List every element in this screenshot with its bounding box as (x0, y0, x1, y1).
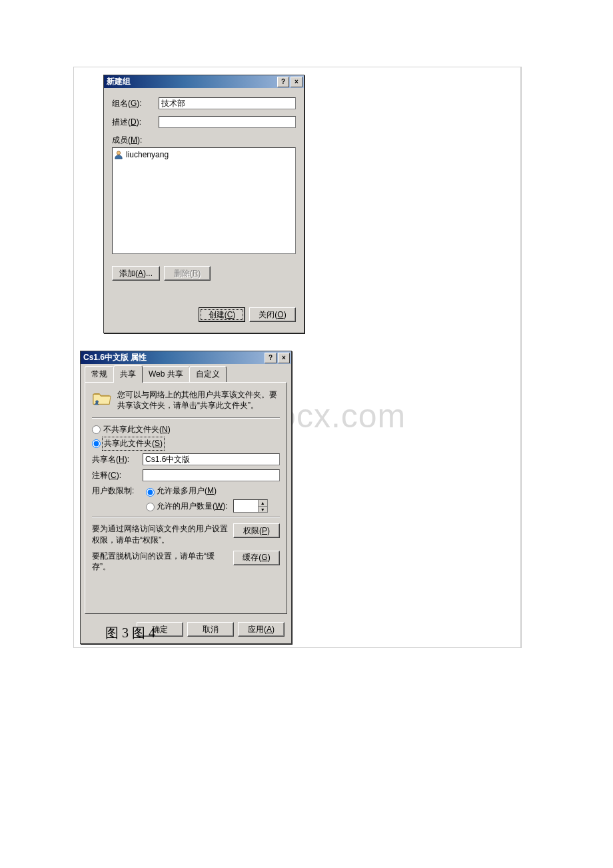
cache-button[interactable]: 缓存(G) (233, 551, 280, 565)
help-button[interactable]: ? (277, 77, 289, 87)
tab-web-share[interactable]: Web 共享 (142, 366, 190, 382)
comment-input[interactable] (143, 469, 280, 481)
radio-user-count[interactable] (146, 503, 155, 511)
dialog2-title: Cs1.6中文版 属性 (83, 352, 263, 363)
permissions-button[interactable]: 权限(P) (233, 523, 280, 538)
radio-no-share[interactable] (92, 425, 101, 434)
group-name-input[interactable] (159, 97, 296, 109)
radio-max-users-label: 允许最多用户(M) (157, 485, 217, 497)
share-name-label: 共享名(H): (92, 454, 143, 465)
spinner-down-icon[interactable]: ▼ (258, 507, 267, 513)
dialog2-titlebar[interactable]: Cs1.6中文版 属性 ? × (81, 351, 291, 364)
radio-no-share-label: 不共享此文件夹(N) (103, 424, 171, 435)
figure-caption: 图 3 图 4 (105, 624, 155, 642)
comment-label: 注释(C): (92, 470, 143, 481)
user-count-spinner[interactable]: ▲ ▼ (233, 499, 268, 513)
add-button[interactable]: 添加(A)... (112, 266, 160, 281)
help-button[interactable]: ? (265, 353, 277, 363)
dialog1-title: 新建组 (107, 76, 276, 87)
remove-button[interactable]: 删除(R) (164, 266, 211, 281)
radio-max-users[interactable] (146, 488, 155, 497)
svg-point-0 (117, 151, 120, 155)
members-label: 成员(M): (112, 135, 296, 146)
user-limit-label: 用户数限制: (92, 485, 143, 497)
folder-share-icon (92, 389, 112, 407)
share-name-input[interactable] (143, 453, 280, 465)
permissions-text: 要为通过网络访问该文件夹的用户设置权限，请单击“权限”。 (92, 523, 228, 545)
user-count-input[interactable] (234, 500, 258, 512)
dialog1-titlebar[interactable]: 新建组 ? × (104, 75, 304, 88)
close-button[interactable]: 关闭(O) (249, 307, 296, 322)
divider (92, 417, 280, 419)
spinner-up-icon[interactable]: ▲ (258, 500, 267, 507)
new-group-dialog: 新建组 ? × 组名(G): 描述(D): 成员(M): (103, 75, 305, 333)
properties-dialog: Cs1.6中文版 属性 ? × 常规 共享 Web 共享 自定义 您可以与网络上… (80, 351, 292, 644)
tab-general[interactable]: 常规 (85, 366, 114, 382)
members-listbox[interactable]: liuchenyang (112, 147, 296, 254)
tab-bar: 常规 共享 Web 共享 自定义 (85, 368, 287, 382)
description-input[interactable] (159, 116, 296, 128)
divider (92, 517, 280, 518)
apply-button[interactable]: 应用(A) (238, 622, 285, 637)
list-item[interactable]: liuchenyang (114, 149, 294, 160)
close-icon[interactable]: × (278, 353, 290, 363)
user-icon (114, 150, 123, 159)
share-info-text: 您可以与网络上的其他用户共享该文件夹。要共享该文件夹，请单击“共享此文件夹”。 (117, 389, 280, 411)
member-name: liuchenyang (126, 150, 169, 159)
tab-custom[interactable]: 自定义 (189, 366, 227, 382)
tab-share[interactable]: 共享 (113, 365, 143, 383)
description-label: 描述(D): (112, 117, 159, 128)
group-name-label: 组名(G): (112, 98, 159, 109)
radio-share[interactable] (92, 439, 101, 448)
create-button[interactable]: 创建(C) (199, 307, 245, 322)
cache-text: 要配置脱机访问的设置，请单击“缓存”。 (92, 551, 228, 572)
radio-share-label: 共享此文件夹(S) (103, 438, 163, 449)
radio-user-count-label: 允许的用户数量(W): (157, 501, 228, 512)
cancel-button[interactable]: 取消 (187, 622, 234, 637)
close-icon[interactable]: × (291, 77, 303, 87)
share-tab-panel: 您可以与网络上的其他用户共享该文件夹。要共享该文件夹，请单击“共享此文件夹”。 … (85, 382, 287, 614)
